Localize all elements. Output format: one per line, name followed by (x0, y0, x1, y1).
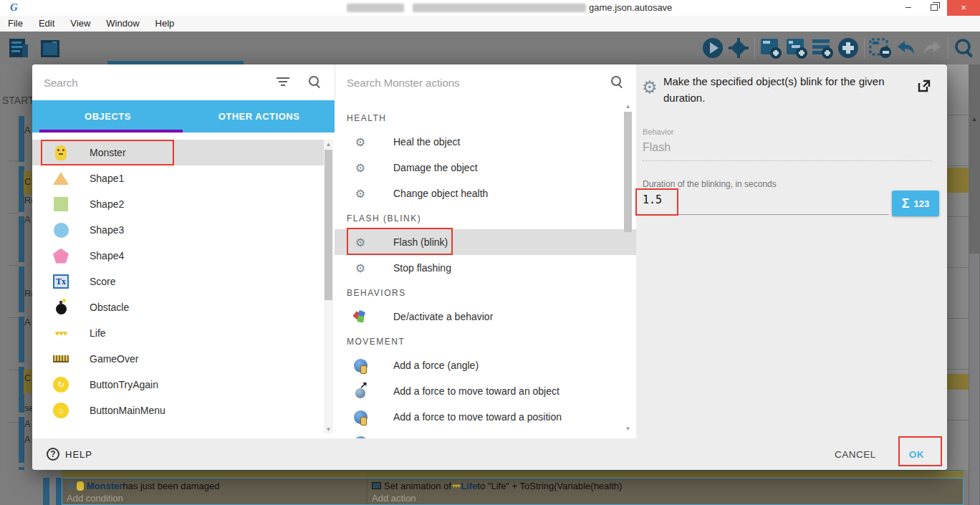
scroll-up-icon[interactable]: ▲ (969, 116, 980, 122)
action-item-heal[interactable]: ⚙ Heal the object (335, 129, 636, 155)
behavior-field-underline (643, 160, 932, 161)
search-icon[interactable] (309, 76, 322, 89)
events-sheet-right-edge (947, 64, 969, 505)
window-scrollbar[interactable]: ▲ ▼ (969, 64, 980, 505)
objects-tab-bar: OBJECTS OTHER ACTIONS (32, 100, 335, 133)
section-header-behaviors: BEHAVIORS (335, 281, 636, 304)
object-label: GameOver (90, 353, 138, 365)
window-scrollbar-thumb[interactable] (969, 254, 979, 505)
section-header-movement: MOVEMENT (335, 330, 636, 352)
search-icon[interactable] (611, 76, 624, 89)
pentagon-icon (52, 247, 69, 264)
help-label: HELP (65, 449, 92, 460)
action-item-add-force-position[interactable]: Add a force to move toward a position (335, 404, 636, 430)
tab-objects-label: OBJECTS (85, 111, 131, 122)
scroll-up-icon[interactable]: ▲ (324, 141, 333, 148)
object-item-shape3[interactable]: Shape3 (32, 217, 324, 243)
action-object-name: Life (461, 481, 477, 491)
action-item-deactivate-behavior[interactable]: De/activate a behavior (335, 304, 636, 330)
object-item-buttontryagain[interactable]: ↻ ButtonTryAgain (32, 372, 324, 398)
scroll-down-icon[interactable]: ▼ (623, 425, 633, 432)
object-item-shape2[interactable]: Shape2 (32, 191, 324, 217)
action-editor-dialog: OBJECTS OTHER ACTIONS Monster Shape1 Sha… (32, 64, 947, 470)
actions-scrollbar-thumb[interactable] (624, 112, 632, 232)
object-item-score[interactable]: Tx Score (32, 269, 324, 294)
actions-search-bar (335, 64, 636, 100)
gdevelop-logo-icon: G (10, 1, 18, 14)
menu-help[interactable]: Help (148, 16, 183, 32)
gear-icon: ⚙ (352, 159, 369, 176)
ok-button[interactable]: OK (909, 449, 924, 460)
action-item-stop-flashing[interactable]: ⚙ Stop flashing (335, 255, 636, 281)
menu-bar: File Edit View Window Help (0, 16, 980, 32)
object-label: ButtonMainMenu (90, 405, 165, 416)
event-text-fragment: Re (24, 288, 32, 299)
life-object-icon: ♥♥♥ (452, 483, 460, 489)
object-label: Shape2 (90, 198, 124, 210)
menu-view[interactable]: View (62, 16, 98, 32)
minimize-button[interactable]: – (897, 0, 920, 16)
behavior-field-label: Behavior (643, 128, 673, 136)
expression-editor-button[interactable]: Σ 123 (892, 191, 939, 216)
project-manager-button (6, 36, 32, 62)
tab-other-actions[interactable]: OTHER ACTIONS (183, 100, 335, 133)
object-item-gameover[interactable]: GameOver (32, 346, 324, 372)
action-label: Stop flashing (393, 262, 451, 274)
menu-window[interactable]: Window (98, 16, 147, 32)
filter-icon[interactable] (276, 77, 290, 87)
action-parameters-panel: ⚙ Make the specified object(s) blink for… (636, 64, 947, 438)
gear-icon: ⚙ (352, 259, 369, 276)
digits-label: 123 (914, 198, 930, 209)
actions-list: HEALTH ⚙ Heal the object ⚙ Damage the ob… (335, 100, 636, 438)
gear-icon: ⚙ (352, 234, 369, 251)
toolbar-divider (864, 37, 865, 59)
cancel-button[interactable]: CANCEL (835, 449, 876, 460)
events-start-label: START (2, 95, 32, 106)
help-button[interactable]: ? HELP (47, 448, 92, 461)
force-icon (352, 357, 369, 374)
duration-input[interactable] (643, 193, 879, 206)
toolbar-divider (754, 37, 755, 59)
objects-list-scrollbar[interactable]: ▲ ▼ (324, 140, 333, 433)
behavior-gear-icon: ⚙ (67, 481, 75, 491)
object-item-buttonmainmenu[interactable]: ⌂ ButtonMainMenu (32, 398, 324, 423)
object-label: Score (90, 276, 116, 287)
home-icon: ⌂ (52, 402, 69, 419)
objects-scrollbar-thumb[interactable] (325, 150, 332, 300)
action-item-add-force-angle[interactable]: Add a force (angle) (335, 352, 636, 378)
text-object-icon: Tx (52, 273, 69, 290)
event-text-fragment: A (24, 317, 31, 327)
actions-list-scrollbar[interactable]: ▲ ▼ (623, 106, 633, 433)
object-item-monster[interactable]: Monster (32, 140, 324, 165)
tab-objects[interactable]: OBJECTS (32, 100, 183, 133)
action-item-damage[interactable]: ⚙ Damage the object (335, 155, 636, 181)
scene-editor-button (37, 36, 63, 62)
object-item-obstacle[interactable]: Obstacle (32, 294, 324, 320)
menu-file[interactable]: File (0, 16, 31, 32)
gear-icon: ⚙ (352, 185, 369, 202)
banner-icon (52, 350, 69, 367)
action-item-add-force-object[interactable]: Add a force to move toward an object (335, 378, 636, 404)
actions-search-input[interactable] (347, 72, 562, 93)
duration-field-label: Duration of the blinking, in seconds (643, 179, 777, 189)
force-toward-object-icon (352, 383, 369, 400)
event-text-fragment: A (24, 125, 31, 135)
action-text: to "Life" + ToString(Variable(health) (477, 481, 622, 491)
action-label: Add a force to move toward an object (393, 385, 559, 397)
action-text-prefix: Set animation of (384, 481, 451, 491)
scroll-up-icon[interactable]: ▲ (623, 103, 633, 110)
object-item-shape1[interactable]: Shape1 (32, 165, 324, 191)
close-button[interactable]: × (947, 0, 980, 16)
menu-edit[interactable]: Edit (31, 16, 62, 32)
action-item-partial[interactable] (335, 430, 636, 438)
action-description: Make the specified object(s) blink for t… (663, 73, 916, 106)
event-text-fragment: se (24, 403, 32, 413)
action-item-change-health[interactable]: ⚙ Change object health (335, 181, 636, 206)
objects-search-input[interactable] (44, 72, 259, 93)
action-item-flash-blink[interactable]: ⚙ Flash (blink) (335, 229, 636, 255)
object-item-life[interactable]: ♥♥♥ Life (32, 320, 324, 346)
object-item-shape4[interactable]: Shape4 (32, 243, 324, 269)
scroll-down-icon[interactable]: ▼ (324, 426, 333, 433)
open-in-new-icon[interactable] (917, 79, 931, 93)
maximize-button[interactable] (923, 0, 946, 16)
